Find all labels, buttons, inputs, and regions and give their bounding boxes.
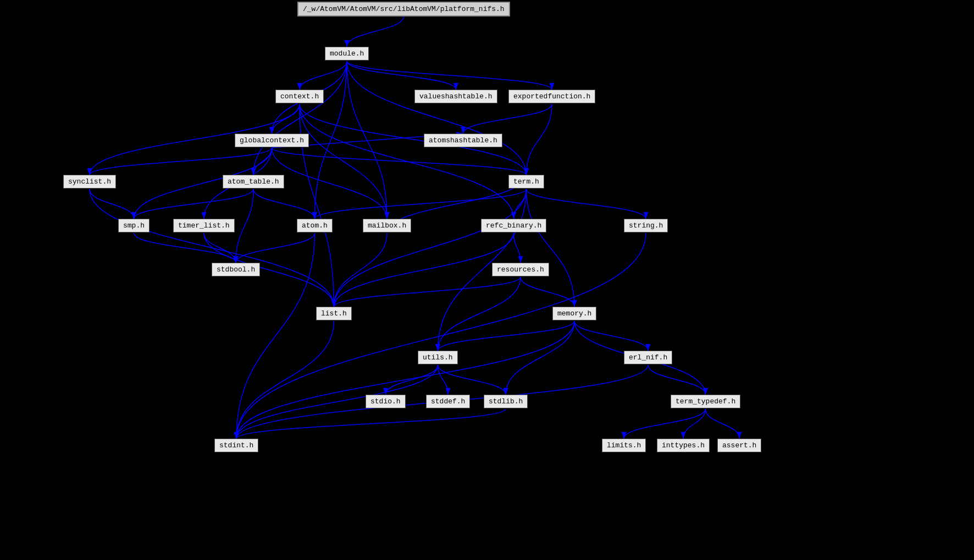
node-resources: resources.h xyxy=(492,263,549,276)
node-refc_binary: refc_binary.h xyxy=(481,219,546,232)
node-exportedfunction: exportedfunction.h xyxy=(508,90,595,103)
node-root: /_w/AtomVM/AtomVM/src/libAtomVM/platform… xyxy=(297,2,510,16)
node-mailbox: mailbox.h xyxy=(363,219,411,232)
node-string: string.h xyxy=(624,219,668,232)
node-atom_table: atom_table.h xyxy=(223,175,284,188)
node-memory: memory.h xyxy=(552,307,596,320)
node-stdbool: stdbool.h xyxy=(212,263,260,276)
node-stdio: stdio.h xyxy=(366,395,406,408)
node-limits: limits.h xyxy=(602,439,646,452)
node-erl_nif: erl_nif.h xyxy=(624,351,672,364)
node-context: context.h xyxy=(275,90,324,103)
node-utils: utils.h xyxy=(418,351,458,364)
node-stdlib: stdlib.h xyxy=(484,395,528,408)
node-stddef: stddef.h xyxy=(426,395,470,408)
node-list: list.h xyxy=(316,307,352,320)
node-inttypes: inttypes.h xyxy=(657,439,710,452)
node-assert: assert.h xyxy=(717,439,761,452)
node-term_typedef: term_typedef.h xyxy=(671,395,740,408)
node-atomshashtable: atomshashtable.h xyxy=(424,134,502,147)
node-valueshashtable: valueshashtable.h xyxy=(414,90,497,103)
graph-container: /_w/AtomVM/AtomVM/src/libAtomVM/platform… xyxy=(0,0,974,560)
dependency-arrows xyxy=(0,0,974,560)
node-smp: smp.h xyxy=(118,219,150,232)
node-atom: atom.h xyxy=(297,219,333,232)
node-timer_list: timer_list.h xyxy=(173,219,235,232)
node-stdint: stdint.h xyxy=(214,439,258,452)
node-term: term.h xyxy=(508,175,544,188)
node-synclist: synclist.h xyxy=(63,175,116,188)
node-module: module.h xyxy=(325,47,369,60)
node-globalcontext: globalcontext.h xyxy=(235,134,309,147)
